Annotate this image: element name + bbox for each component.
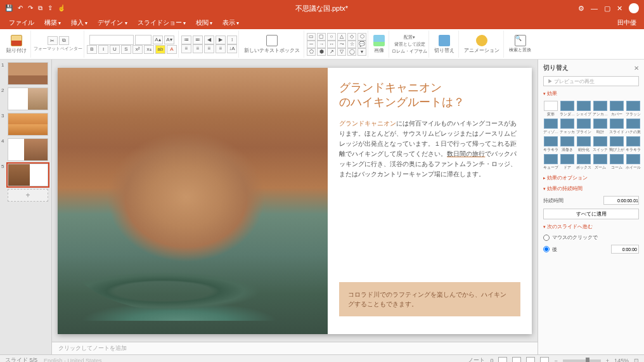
line-spacing-button[interactable]: ↕ xyxy=(227,36,237,44)
qat-share-icon[interactable]: ⇪ xyxy=(48,4,53,12)
after-radio[interactable] xyxy=(543,246,550,252)
transition-14[interactable]: 細分化 xyxy=(576,136,591,153)
slide[interactable]: グランドキャニオン のハイキングルートは？ グランドキャニオンには何百マイルもの… xyxy=(58,68,532,334)
transition-22[interactable]: コーム xyxy=(609,154,624,171)
transition-21[interactable]: ズーム xyxy=(593,154,608,171)
underline-button[interactable]: U xyxy=(110,45,120,54)
slide-image[interactable] xyxy=(58,68,328,334)
transition-13[interactable]: 渦巻き xyxy=(560,136,575,153)
shape-line[interactable]: ─ xyxy=(307,41,316,48)
transition-button[interactable]: 切り替え xyxy=(432,34,457,55)
language-label[interactable]: English - United States xyxy=(44,358,102,363)
shape-triangle[interactable]: △ xyxy=(337,33,346,41)
shape-rect[interactable]: ▭ xyxy=(307,33,316,41)
normal-view-button[interactable] xyxy=(498,357,507,363)
apply-all-button[interactable]: すべてに適用 xyxy=(543,209,639,219)
after-time-input[interactable] xyxy=(611,245,639,254)
transition-7[interactable]: チェッカ… xyxy=(560,119,575,135)
align-center-button[interactable]: ≡ xyxy=(193,44,203,53)
maximize-icon[interactable]: ▢ xyxy=(604,4,610,13)
super-button[interactable]: x² xyxy=(132,45,143,54)
menu-view[interactable]: 表示 xyxy=(217,18,244,27)
transition-10[interactable]: スライド xyxy=(609,119,624,135)
shape-more2[interactable]: ⬢ xyxy=(317,48,326,56)
panel-close-icon[interactable]: ✕ xyxy=(634,65,639,72)
paste-button[interactable]: 貼り付け xyxy=(4,34,29,55)
shape-hex[interactable]: ⬡ xyxy=(357,33,366,41)
slide-body[interactable]: グランドキャニオンには何百マイルものハイキングコースがあります。ほとんどが、サウ… xyxy=(339,119,520,179)
user-avatar[interactable] xyxy=(629,3,639,13)
shape-diamond[interactable]: ◇ xyxy=(347,33,356,41)
shape-more1[interactable]: ⬠ xyxy=(307,48,316,56)
thumbnail-slide-5[interactable] xyxy=(8,164,48,186)
sorter-view-button[interactable] xyxy=(512,357,521,363)
transition-4[interactable]: カバー xyxy=(609,101,624,117)
shape-roundrect[interactable]: ▢ xyxy=(317,33,326,41)
thumbnail-slide-1[interactable] xyxy=(8,62,48,85)
menu-slideshow[interactable]: スライドショー xyxy=(132,18,191,27)
comments-count[interactable]: 0 xyxy=(490,358,493,363)
on-click-radio[interactable] xyxy=(543,235,550,241)
numbering-button[interactable]: ≕ xyxy=(193,36,203,44)
shape-more5[interactable]: ◯ xyxy=(347,48,356,56)
lorem-button[interactable]: ロレム・イプサム xyxy=(392,48,427,55)
section-effect-options[interactable]: 効果のオプション xyxy=(543,174,639,181)
slide-title[interactable]: グランドキャニオン のハイキングルートは？ xyxy=(339,81,520,110)
section-timing[interactable]: 効果の持続時間 xyxy=(543,185,639,192)
transition-6[interactable]: ディゾ… xyxy=(543,119,558,135)
menu-build[interactable]: 構築 xyxy=(39,18,66,27)
transition-12[interactable]: キラキラ xyxy=(543,136,558,153)
transition-2[interactable]: シェイプ xyxy=(576,101,591,117)
user-name[interactable]: 田中優 xyxy=(617,18,640,27)
justify-button[interactable]: ≡ xyxy=(216,44,226,53)
shape-circle[interactable]: ○ xyxy=(327,33,336,41)
transition-20[interactable]: ボックス xyxy=(576,154,591,171)
slide-canvas[interactable]: グランドキャニオン のハイキングルートは？ グランドキャニオンには何百マイルもの… xyxy=(52,60,538,342)
transition-0[interactable]: 変形 xyxy=(543,101,558,117)
zoom-level[interactable]: 145% xyxy=(614,358,629,363)
shape-expand[interactable]: ▾ xyxy=(357,48,366,56)
shape-arrow2[interactable]: ↔ xyxy=(327,41,336,48)
shape-star[interactable]: ☆ xyxy=(347,41,356,48)
strike-button[interactable]: S xyxy=(121,45,131,54)
shape-callout[interactable]: 💬 xyxy=(357,41,366,48)
font-color-button[interactable]: A xyxy=(167,45,177,54)
align-left-button[interactable]: ≡ xyxy=(181,44,191,53)
section-effects[interactable]: 効果 xyxy=(543,90,639,97)
set-bg-button[interactable]: 背景として設定 xyxy=(394,41,425,48)
qat-save-icon[interactable]: 💾 xyxy=(5,4,13,12)
shape-more4[interactable]: ▽ xyxy=(337,48,346,56)
thumbnail-slide-3[interactable] xyxy=(8,113,48,136)
minimize-icon[interactable]: — xyxy=(591,4,598,12)
qat-copy-icon[interactable]: ⧉ xyxy=(38,4,42,12)
zoom-in-button[interactable]: + xyxy=(606,358,609,363)
thumbnail-slide-4[interactable] xyxy=(8,138,48,161)
animation-button[interactable]: アニメーション xyxy=(461,34,502,55)
grow-font-button[interactable]: A▴ xyxy=(153,36,163,44)
indent-left-button[interactable]: ◀ xyxy=(204,36,214,44)
copy-button[interactable]: ⧉ xyxy=(59,36,69,45)
transition-8[interactable]: ブラインド xyxy=(576,119,591,135)
slide-text-area[interactable]: グランドキャニオン のハイキングルートは？ グランドキャニオンには何百マイルもの… xyxy=(328,68,532,334)
qat-redo-icon[interactable]: ↷ xyxy=(28,4,33,12)
transition-5[interactable]: フラッシュ xyxy=(626,101,641,117)
transition-15[interactable]: スイッチ xyxy=(593,136,608,153)
text-dir-button[interactable]: ↓A xyxy=(227,44,237,53)
find-replace-button[interactable]: 🔍 検索と置換 xyxy=(506,34,534,55)
menu-design[interactable]: デザイン xyxy=(93,18,132,27)
transition-11[interactable]: ハチの巣 xyxy=(626,119,641,135)
section-advance[interactable]: 次のスライドへ進む xyxy=(543,223,639,230)
cut-button[interactable]: ✂ xyxy=(48,36,58,45)
shape-curve[interactable]: ⤳ xyxy=(337,41,346,48)
options-icon[interactable]: ⚙ xyxy=(578,4,584,13)
notes-toggle[interactable]: ノート xyxy=(468,356,485,362)
indent-right-button[interactable]: ▶ xyxy=(216,36,226,44)
zoom-slider[interactable] xyxy=(563,359,601,362)
sub-button[interactable]: x₂ xyxy=(144,45,154,54)
notes-pane[interactable]: クリックしてノートを追加 xyxy=(52,342,538,354)
fit-button[interactable]: ⊡ xyxy=(634,358,639,363)
bold-button[interactable]: B xyxy=(87,45,97,54)
highlight-button[interactable]: ab xyxy=(155,45,165,54)
transition-19[interactable]: ドア xyxy=(560,154,575,171)
add-slide-button[interactable]: + xyxy=(8,189,48,202)
